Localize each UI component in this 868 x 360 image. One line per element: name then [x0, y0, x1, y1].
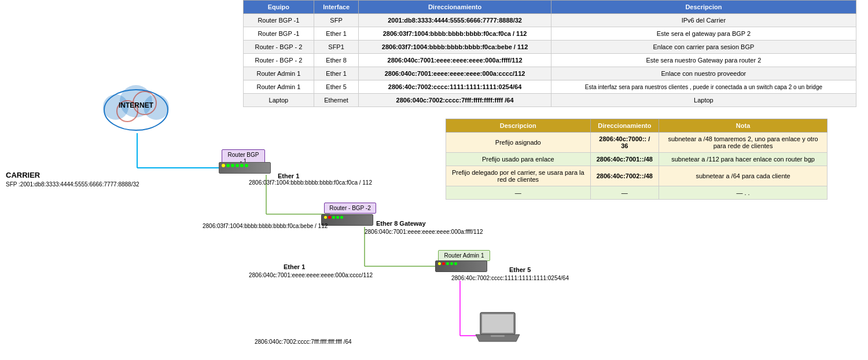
ether5-addr: 2806:40c:7002:cccc:1111:1111:1111:0254/6…	[451, 275, 569, 281]
lower-cell-nota: subnetear a /48 tomaremos 2, uno para en…	[659, 133, 827, 153]
table-cell-direccionamiento: 2806:03f7:1004:bbbb:bbbb:bbbb:f0ca:f0ca …	[359, 27, 551, 41]
table-cell-descripcion: IPv6 del Carrier	[551, 14, 856, 27]
lower-table-row: ——— . .	[446, 186, 827, 200]
table-cell-descripcion: Enlace con nuestro proveedor	[551, 67, 856, 80]
router-bgp2-box: Router - BGP -2	[324, 203, 376, 214]
table-cell-descripcion: Este sera nuestro Gateway para router 2	[551, 54, 856, 67]
table-row: LaptopEthernet2806:040c:7002:cccc:7fff:f…	[244, 94, 856, 107]
col-interface: Interface	[314, 1, 359, 14]
table-cell-direccionamiento: 2806:03f7:1004:bbbb:bbbb:bbbb:f0ca:bebe …	[359, 41, 551, 54]
table-cell-equipo: Laptop	[244, 94, 314, 107]
lower-cell-direccionamiento: 2806:40c:7000:: / 36	[590, 133, 659, 153]
table-cell-descripcion: Esta interfaz sera para nuestros cliente…	[551, 80, 856, 94]
lower-cell-descripcion: —	[446, 186, 591, 200]
table-row: Router BGP -1SFP2001:db8:3333:4444:5555:…	[244, 14, 856, 27]
lower-col-desc: Descripcion	[446, 119, 591, 133]
ether8-addr: 2806:040c:7001:eeee:eeee:eeee:000a:ffff/…	[365, 229, 483, 235]
lower-cell-nota: subnetear a /112 para hacer enlace con r…	[659, 153, 827, 166]
lower-cell-direccionamiento: 2806:40c:7002::/48	[590, 166, 659, 186]
lower-cell-direccionamiento: —	[590, 186, 659, 200]
table-cell-descripcion: Laptop	[551, 94, 856, 107]
table-cell-interface: Ether 8	[314, 54, 359, 67]
lower-col-dir: Direccionamiento	[590, 119, 659, 133]
table-cell-direccionamiento: 2001:db8:3333:4444:5555:6666:7777:8888/3…	[359, 14, 551, 27]
ether8-label: Ether 8 Gateway	[376, 220, 426, 227]
table-cell-direccionamiento: 2806:040c:7001:eeee:eeee:eeee:000a:cccc/…	[359, 67, 551, 80]
lower-col-nota: Nota	[659, 119, 827, 133]
lower-cell-nota: — . .	[659, 186, 827, 200]
table-row: Router Admin 1Ether 52806:40c:7002:cccc:…	[244, 80, 856, 94]
table-row: Router - BGP - 2Ether 82806:040c:7001:ee…	[244, 54, 856, 67]
lower-cell-descripcion: Prefijo asignado	[446, 133, 591, 153]
table-cell-equipo: Router - BGP - 2	[244, 54, 314, 67]
router-bgp2-icon	[321, 214, 373, 226]
table-cell-interface: SFP1	[314, 41, 359, 54]
table-cell-direccionamiento: 2806:040c:7002:cccc:7fff:ffff:ffff:ffff …	[359, 94, 551, 107]
table-cell-interface: Ether 5	[314, 80, 359, 94]
lower-cell-descripcion: Prefijo usado para enlace	[446, 153, 591, 166]
ether1-admin1-label: Ether 1	[284, 263, 305, 270]
table-cell-descripcion: Enlace con carrier para sesion BGP	[551, 41, 856, 54]
internet-label: INTERNET	[98, 101, 174, 109]
table-cell-interface: SFP	[314, 14, 359, 27]
main-table-section: Equipo Interface Direccionamiento Descri…	[243, 0, 856, 107]
carrier-label: CARRIER	[6, 171, 40, 179]
col-direccionamiento: Direccionamiento	[359, 1, 551, 14]
table-cell-interface: Ether 1	[314, 67, 359, 80]
laptop-addr: 2806:040c:7002:cccc:7fff:ffff:ffff:ffff …	[255, 339, 352, 345]
lower-cell-nota: subnetear a /64 para cada cliente	[659, 166, 827, 186]
internet-cloud: INTERNET	[98, 81, 174, 134]
ether1-bgp1-label: Ether 1	[278, 172, 299, 179]
table-row: Router - BGP - 2SFP12806:03f7:1004:bbbb:…	[244, 41, 856, 54]
lower-cell-descripcion: Prefijo delegado por el carrier, se usar…	[446, 166, 591, 186]
lower-cell-direccionamiento: 2806:40c:7001::/48	[590, 153, 659, 166]
svg-rect-16	[491, 335, 505, 337]
lower-table-row: Prefijo asignado2806:40c:7000:: / 36subn…	[446, 133, 827, 153]
ether5-label: Ether 5	[509, 266, 531, 273]
table-cell-interface: Ether 1	[314, 27, 359, 41]
svg-rect-15	[482, 314, 513, 333]
main-table: Equipo Interface Direccionamiento Descri…	[243, 0, 856, 107]
table-cell-equipo: Router - BGP - 2	[244, 41, 314, 54]
ether1-bgp1-addr: 2806:03f7:1004:bbbb:bbbb:bbbb:f0ca:f0ca …	[249, 179, 372, 186]
table-cell-equipo: Router Admin 1	[244, 67, 314, 80]
col-descripcion: Descripcion	[551, 1, 856, 14]
router-admin1-icon	[435, 260, 487, 272]
carrier-sfp: SFP :2001:db8:3333:4444:5555:6666:7777:8…	[6, 181, 139, 188]
laptop-icon	[475, 310, 521, 346]
table-row: Router Admin 1Ether 12806:040c:7001:eeee…	[244, 67, 856, 80]
lower-table-row: Prefijo delegado por el carrier, se usar…	[446, 166, 827, 186]
lower-table: Descripcion Direccionamiento Nota Prefij…	[446, 119, 827, 200]
table-cell-equipo: Router Admin 1	[244, 80, 314, 94]
table-cell-direccionamiento: 2806:040c:7001:eeee:eeee:eeee:000a:ffff/…	[359, 54, 551, 67]
router-bgp1-icon	[219, 162, 271, 174]
col-equipo: Equipo	[244, 1, 314, 14]
ether1-admin1-addr: 2806:040c:7001:eeee:eeee:eeee:000a:cccc/…	[249, 272, 373, 278]
table-cell-equipo: Router BGP -1	[244, 27, 314, 41]
table-cell-interface: Ethernet	[314, 94, 359, 107]
sfp1-addr: 2806:03f7:1004:bbbb:bbbb:bbbb:f0ca:bebe …	[203, 223, 328, 229]
table-row: Router BGP -1Ether 12806:03f7:1004:bbbb:…	[244, 27, 856, 41]
table-cell-descripcion: Este sera el gateway para BGP 2	[551, 27, 856, 41]
router-admin1-box: Router Admin 1	[438, 250, 490, 261]
lower-table-row: Prefijo usado para enlace2806:40c:7001::…	[446, 153, 827, 166]
table-cell-equipo: Router BGP -1	[244, 14, 314, 27]
table-cell-direccionamiento: 2806:40c:7002:cccc:1111:1111:1111:0254/6…	[359, 80, 551, 94]
